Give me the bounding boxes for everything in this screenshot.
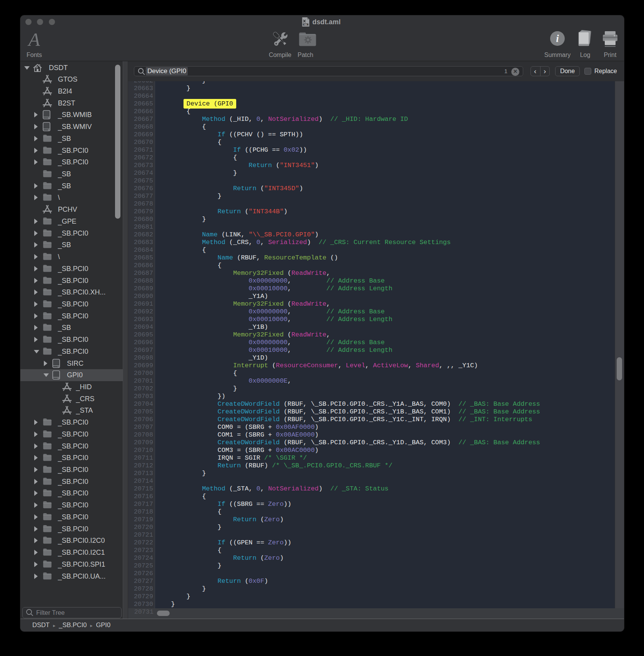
svg-text:AML: AML: [304, 24, 308, 26]
svg-text:i: i: [556, 33, 559, 44]
